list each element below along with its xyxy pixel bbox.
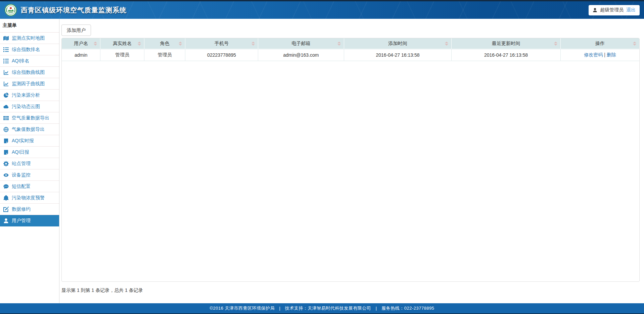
- footer-bar: ©2016 天津市西青区环境保护局 | 技术支持：天津智易时代科技发展有限公司 …: [0, 303, 644, 313]
- sidebar-item-label: AQI日报: [12, 149, 29, 155]
- footer-text: ©2016 天津市西青区环境保护局 | 技术支持：天津智易时代科技发展有限公司 …: [210, 305, 434, 311]
- user-box: 超级管理员 退出: [589, 5, 640, 15]
- pagination-summary: 显示第 1 到第 1 条记录，总共 1 条记录: [61, 287, 640, 294]
- bell-icon: [3, 195, 9, 201]
- sidebar-item-label: 站点管理: [12, 161, 31, 167]
- table-header-row: 用户名 真实姓名 角色 手机号 电子邮箱 添加时间 最近更新时间 操作: [62, 38, 639, 49]
- pie-chart-icon: [3, 93, 9, 98]
- sidebar: 主菜单 监测点实时地图 综合指数排名 AQI排名 综合指数曲线图 监测因子曲线图: [0, 19, 59, 303]
- sidebar-item-label: 气象值数据导出: [12, 126, 45, 133]
- column-label: 添加时间: [388, 41, 407, 46]
- sort-icon: [138, 42, 141, 46]
- sidebar-item-realtime-map[interactable]: 监测点实时地图: [0, 33, 59, 44]
- line-chart-icon: [3, 81, 9, 87]
- column-header-updated-at[interactable]: 最近更新时间: [452, 38, 561, 49]
- sidebar-item-pollution-cloud-map[interactable]: 污染动态云图: [0, 101, 59, 112]
- sidebar-item-user-management[interactable]: 用户管理: [0, 215, 59, 226]
- sidebar-item-label: 污染动态云图: [12, 104, 40, 110]
- map-icon: [3, 36, 9, 41]
- cell-email: admin@163.com: [258, 49, 344, 61]
- delete-link[interactable]: 删除: [607, 52, 616, 57]
- column-label: 操作: [595, 41, 605, 46]
- sort-icon: [251, 42, 255, 46]
- sidebar-item-pollutant-alert[interactable]: 污染物浓度预警: [0, 192, 59, 204]
- sidebar-item-sms-config[interactable]: 短信配置: [0, 181, 59, 192]
- table-icon: [3, 115, 9, 121]
- sort-icon: [94, 42, 97, 46]
- column-label: 用户名: [74, 41, 88, 46]
- column-label: 角色: [160, 41, 170, 46]
- change-password-link[interactable]: 修改密码: [584, 52, 603, 57]
- eye-icon: [3, 172, 9, 178]
- column-header-phone[interactable]: 手机号: [185, 38, 258, 49]
- column-label: 真实姓名: [113, 41, 132, 46]
- sidebar-item-composite-index-curve[interactable]: 综合指数曲线图: [0, 67, 59, 78]
- cell-created-at: 2016-04-27 16:13:58: [344, 49, 452, 61]
- sidebar-item-label: 综合指数排名: [12, 47, 40, 53]
- app-title: 西青区镇级环境空气质量监测系统: [21, 6, 127, 15]
- table-panel: 用户名 真实姓名 角色 手机号 电子邮箱 添加时间 最近更新时间 操作 admi…: [61, 38, 640, 282]
- page-footer: ©2016 天津市西青区环境保护局 | 技术支持：天津智易时代科技发展有限公司 …: [0, 303, 644, 314]
- sidebar-item-station-management[interactable]: 站点管理: [0, 158, 59, 169]
- top-header: 西青区镇级环境空气质量监测系统 超级管理员 退出: [0, 0, 644, 19]
- column-header-created-at[interactable]: 添加时间: [344, 38, 452, 49]
- logout-link[interactable]: 退出: [626, 7, 636, 13]
- sidebar-item-label: AQI实时报: [12, 138, 34, 144]
- brand: 西青区镇级环境空气质量监测系统: [4, 4, 127, 16]
- sidebar-item-label: 设备监控: [12, 172, 31, 178]
- column-label: 手机号: [215, 41, 229, 46]
- note-icon: [3, 150, 9, 155]
- line-chart-icon: [3, 70, 9, 75]
- sidebar-heading: 主菜单: [0, 19, 59, 33]
- sidebar-item-device-monitoring[interactable]: 设备监控: [0, 169, 59, 181]
- sidebar-item-label: 短信配置: [12, 184, 31, 190]
- gear-icon: [3, 161, 9, 166]
- sidebar-item-aqi-ranking[interactable]: AQI排名: [0, 55, 59, 67]
- column-header-username[interactable]: 用户名: [62, 38, 100, 49]
- cell-actions: 修改密码|删除: [561, 49, 639, 61]
- list-ol-icon: [3, 58, 9, 64]
- sidebar-item-composite-index-ranking[interactable]: 综合指数排名: [0, 44, 59, 55]
- table-row: admin 管理员 管理员 02223778895 admin@163.com …: [62, 49, 639, 61]
- cloud-icon: [3, 104, 9, 109]
- column-header-real-name[interactable]: 真实姓名: [100, 38, 144, 49]
- cell-updated-at: 2016-04-27 16:13:58: [452, 49, 561, 61]
- column-header-actions[interactable]: 操作: [561, 38, 639, 49]
- sidebar-item-aqi-daily-report[interactable]: AQI日报: [0, 147, 59, 158]
- column-header-email[interactable]: 电子邮箱: [258, 38, 344, 49]
- list-ol-icon: [3, 47, 9, 52]
- sidebar-item-label: 污染来源分析: [12, 92, 40, 98]
- main-content: 添加用户 用户名 真实姓名 角色 手机号 电子邮箱 添加时间 最近更新时间: [59, 19, 644, 303]
- sidebar-item-label: 数据修约: [12, 206, 31, 212]
- sidebar-item-label: AQI排名: [12, 58, 29, 64]
- sort-icon: [445, 42, 448, 46]
- sidebar-item-label: 用户管理: [12, 218, 31, 224]
- user-icon: [593, 8, 597, 12]
- users-table: 用户名 真实姓名 角色 手机号 电子邮箱 添加时间 最近更新时间 操作 admi…: [62, 38, 639, 61]
- column-header-role[interactable]: 角色: [144, 38, 185, 49]
- sidebar-item-label: 污染物浓度预警: [12, 195, 45, 201]
- edit-icon: [3, 207, 9, 212]
- action-divider: |: [604, 52, 605, 57]
- header-bar: 西青区镇级环境空气质量监测系统 超级管理员 退出: [0, 1, 644, 19]
- sort-icon: [179, 42, 182, 46]
- sort-icon: [554, 42, 557, 46]
- cell-real-name: 管理员: [100, 49, 144, 61]
- sidebar-item-air-quality-export[interactable]: 空气质量数据导出: [0, 112, 59, 124]
- sidebar-item-label: 空气质量数据导出: [12, 115, 49, 121]
- sidebar-item-data-revision[interactable]: 数据修约: [0, 204, 59, 215]
- cell-role: 管理员: [144, 49, 185, 61]
- globe-icon: [3, 127, 9, 132]
- environment-protection-logo-icon: [4, 4, 17, 16]
- add-user-button[interactable]: 添加用户: [61, 24, 91, 36]
- user-icon: [3, 218, 9, 223]
- sidebar-item-aqi-realtime-report[interactable]: AQI实时报: [0, 135, 59, 147]
- sidebar-item-factor-curve[interactable]: 监测因子曲线图: [0, 78, 59, 90]
- note-icon: [3, 138, 9, 144]
- sidebar-item-weather-export[interactable]: 气象值数据导出: [0, 124, 59, 135]
- sort-icon: [337, 42, 341, 46]
- sidebar-menu: 监测点实时地图 综合指数排名 AQI排名 综合指数曲线图 监测因子曲线图 污染来: [0, 33, 59, 226]
- sidebar-item-pollution-source-analysis[interactable]: 污染来源分析: [0, 90, 59, 101]
- column-label: 最近更新时间: [492, 41, 520, 46]
- cell-phone: 02223778895: [185, 49, 258, 61]
